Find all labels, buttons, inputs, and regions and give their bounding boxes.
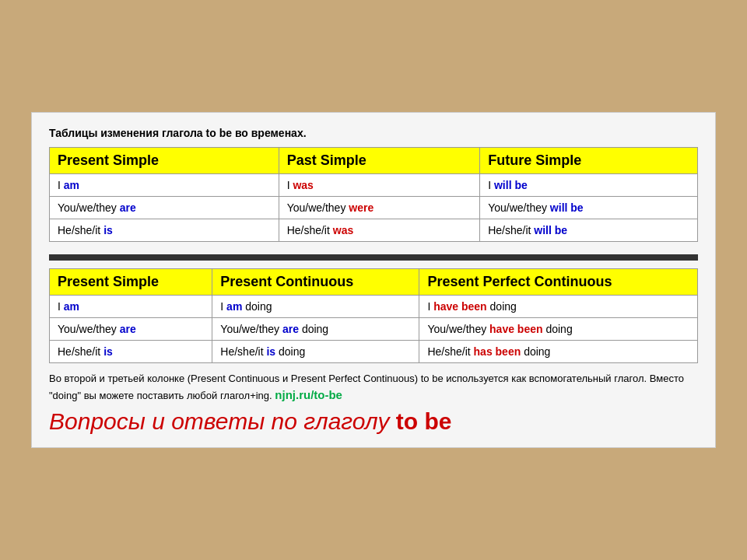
t1-header-3: Future Simple (480, 148, 698, 174)
cell-present-continuous: You/we/they are doing (212, 318, 419, 341)
t2-header-2: Present Continuous (212, 269, 419, 296)
t1-header-1: Present Simple (50, 148, 279, 174)
footnote-text: Во второй и третьей колонке (Present Con… (49, 371, 698, 404)
cell-future-simple: I will be (480, 174, 698, 197)
page-title: Таблицы изменения глагола to be во време… (49, 127, 698, 139)
main-card: Таблицы изменения глагола to be во време… (31, 112, 716, 448)
table-row: He/she/it isHe/she/it is doingHe/she/it … (50, 341, 698, 363)
cell-present-continuous: He/she/it is doing (212, 341, 419, 363)
cell-future-simple: He/she/it will be (480, 219, 698, 242)
tense-table-2: Present Simple Present Continuous Presen… (49, 268, 698, 363)
cell-present-simple: I am (50, 174, 279, 197)
cell-past-simple: He/she/it was (279, 219, 480, 242)
cell-present-perfect-continuous: You/we/they have been doing (419, 318, 698, 341)
big-title: Вопросы и ответы по глаголу to be (49, 408, 698, 435)
table-row: You/we/they areYou/we/they are doingYou/… (50, 318, 698, 341)
table-row: You/we/they areYou/we/they wereYou/we/th… (50, 197, 698, 219)
cell-past-simple: You/we/they were (279, 197, 480, 219)
site-link: njnj.ru/to-be (275, 388, 342, 401)
cell-past-simple: I was (279, 174, 480, 197)
cell-present-continuous: I am doing (212, 296, 419, 318)
cell-present-simple: You/we/they are (50, 318, 212, 341)
cell-present-perfect-continuous: He/she/it has been doing (419, 341, 698, 363)
table-row: He/she/it isHe/she/it wasHe/she/it will … (50, 219, 698, 242)
cell-present-simple: He/she/it is (50, 219, 279, 242)
cell-present-perfect-continuous: I have been doing (419, 296, 698, 318)
t2-header-3: Present Perfect Continuous (419, 269, 698, 296)
table-row: I amI am doingI have been doing (50, 296, 698, 318)
cell-present-simple: I am (50, 296, 212, 318)
table-row: I amI wasI will be (50, 174, 698, 197)
cell-future-simple: You/we/they will be (480, 197, 698, 219)
tense-table-1: Present Simple Past Simple Future Simple… (49, 147, 698, 242)
t2-header-1: Present Simple (50, 269, 212, 296)
cell-present-simple: He/she/it is (50, 341, 212, 363)
separator-bar-top (49, 254, 698, 261)
cell-present-simple: You/we/they are (50, 197, 279, 219)
t1-header-2: Past Simple (279, 148, 480, 174)
